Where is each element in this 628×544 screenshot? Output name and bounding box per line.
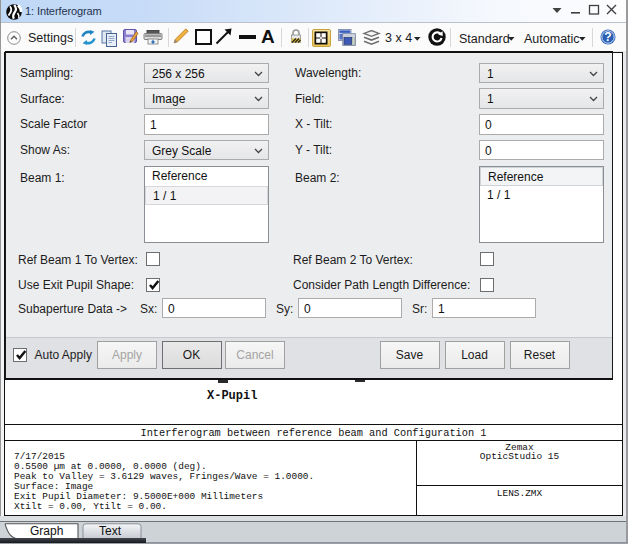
svg-text:?: ?	[604, 30, 611, 44]
